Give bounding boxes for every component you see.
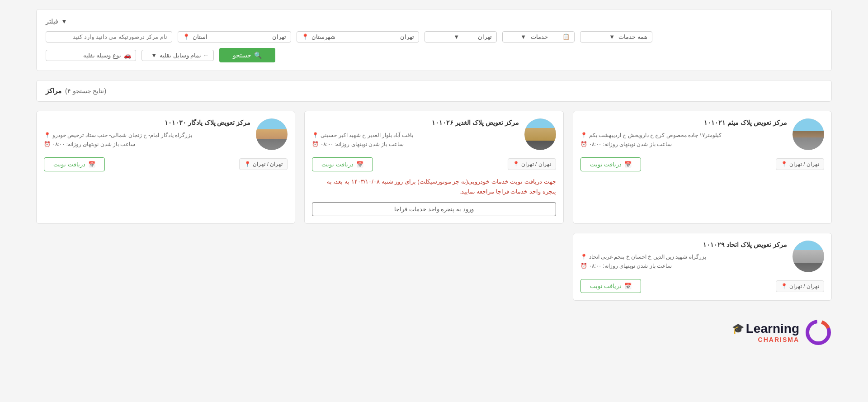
card-3-appointment-btn[interactable]: 📅 دریافت نوبت bbox=[44, 157, 105, 171]
card-1-info: مرکز تعویض پلاک میثم ۱۰۱۰۲۱ 📍 کیلومتر۱۷ … bbox=[580, 118, 787, 152]
vehicle-type-dropdown[interactable]: 🚗 نوع وسیله نقلیه bbox=[46, 50, 136, 61]
clock-icon-3: ⏰ bbox=[44, 141, 51, 147]
card-2-location: تهران / تهران bbox=[521, 161, 551, 167]
filter-label: فیلتر bbox=[46, 18, 58, 25]
province-label: استان bbox=[193, 33, 208, 40]
card-4-avatar-img bbox=[793, 241, 824, 272]
appointment-icon-4: 📅 bbox=[624, 283, 632, 289]
filter-row-2: 🔍 جستجو ← تمام وسایل نقلیه ▼ 🚗 نوع وسیله… bbox=[46, 48, 822, 62]
card-1-btn-label: دریافت نوبت bbox=[590, 161, 622, 168]
card-2-header: مرکز تعویض پلاک الغدیر ۱۰۱۰۲۶ 📍 یافت آبا… bbox=[312, 118, 556, 152]
vehicle-icon: 🚗 bbox=[124, 52, 131, 59]
card-4-info: مرکز تعویض پلاک اتحاد ۱۰۱۰۲۹ 📍 بزرگراه ش… bbox=[580, 241, 787, 274]
all-vehicles-dropdown[interactable]: ← تمام وسایل نقلیه ▼ bbox=[142, 50, 214, 61]
city-input-group: 📍 شهرستان bbox=[297, 31, 419, 43]
card-1-hours: ⏰ ساعت باز شدن نوبتهای روزانه: ۰۸:۰۰ bbox=[580, 141, 787, 147]
card-3-hours: ⏰ ساعت باز شدن نوبتهای روزانه: ۰۸:۰۰ bbox=[44, 141, 250, 147]
results-section: (نتایج جستجو ۴) مراکز bbox=[36, 80, 832, 102]
filter-title-row: ▼ فیلتر bbox=[46, 18, 822, 25]
card-2-hours-text: ساعت باز شدن نوبتهای روزانه: ۰۸:۰۰ bbox=[321, 141, 403, 147]
city2-dropdown[interactable]: تهران ▼ bbox=[425, 31, 497, 43]
clock-icon-1: ⏰ bbox=[580, 141, 587, 147]
card-3-location-badge: 📍 تهران / تهران bbox=[239, 158, 288, 170]
card-2-appointment-btn[interactable]: 📅 دریافت نوبت bbox=[312, 157, 373, 171]
pin-icon-1: 📍 bbox=[580, 131, 587, 139]
card-1-header: مرکز تعویض پلاک میثم ۱۰۱۰۲۱ 📍 کیلومتر۱۷ … bbox=[580, 118, 824, 152]
province-input-group: 📍 استان bbox=[178, 31, 291, 43]
clock-icon-2: ⏰ bbox=[312, 141, 319, 147]
card-4-address-text: بزرگراه شهید زین الدین خ احسان خ پنجم غر… bbox=[589, 253, 706, 261]
city2-value: تهران bbox=[462, 33, 492, 40]
card-4-appointment-btn[interactable]: 📅 دریافت نوبت bbox=[580, 279, 642, 293]
card-1-address-text: کیلومتر۱۷ جاده مخصوص کرج خ داروپخش خ ارد… bbox=[589, 131, 722, 139]
card-3-avatar bbox=[256, 118, 288, 150]
appointment-icon-3: 📅 bbox=[88, 161, 95, 168]
card-3-header: مرکز تعویض پلاک یادگار ۱۰۱۰۳۰ 📍 بزرگراه … bbox=[44, 118, 288, 152]
card-4-header: مرکز تعویض پلاک اتحاد ۱۰۱۰۲۹ 📍 بزرگراه ش… bbox=[580, 241, 824, 274]
logo-circle-icon bbox=[805, 319, 832, 346]
card-2-alert-btn-label: ورود به پنجره واحد خدمات فراجا bbox=[394, 206, 473, 213]
city-label: شهرستان bbox=[311, 33, 335, 40]
search-label: جستجو bbox=[233, 52, 251, 59]
card-2-address-text: یافت آباد بلوار الغدیر خ شهید اکبر حسینی bbox=[321, 131, 413, 139]
card-4-avatar bbox=[793, 241, 824, 272]
card-4-hours: ⏰ ساعت باز شدن نوبتهای روزانه: ۰۸:۰۰ bbox=[580, 263, 787, 269]
all-services-dropdown[interactable]: همه خدمات ▼ bbox=[580, 31, 652, 43]
card-2-hours: ⏰ ساعت باز شدن نوبتهای روزانه: ۰۸:۰۰ bbox=[312, 141, 519, 147]
card-2-service-window-btn[interactable]: ورود به پنجره واحد خدمات فراجا bbox=[312, 202, 556, 216]
filter-title: ▼ فیلتر bbox=[46, 18, 67, 25]
all-services-label: همه خدمات bbox=[618, 33, 647, 40]
card-2: مرکز تعویض پلاک الغدیر ۱۰۱۰۲۶ 📍 یافت آبا… bbox=[304, 111, 563, 224]
center-name-input[interactable] bbox=[51, 33, 167, 40]
results-title: مراکز bbox=[46, 87, 61, 95]
card-1-footer: 📅 دریافت نوبت 📍 تهران / تهران bbox=[580, 157, 824, 171]
card-4-btn-label: دریافت نوبت bbox=[590, 283, 622, 289]
appointment-icon-2: 📅 bbox=[356, 161, 363, 168]
province-icon: 📍 bbox=[183, 33, 190, 40]
filter-section: ▼ فیلتر همه خدمات ▼ 📋 خدمات ▼ تهران ▼ bbox=[36, 9, 832, 71]
results-count: (نتایج جستجو ۴) bbox=[65, 87, 106, 95]
pin-icon-2: 📍 bbox=[312, 131, 319, 139]
card-3-hours-text: ساعت باز شدن نوبتهای روزانه: ۰۸:۰۰ bbox=[52, 141, 135, 147]
card-3-address: 📍 بزرگراه یادگار امام- خ زنجان شمالی- جن… bbox=[44, 131, 250, 139]
services-label: خدمات bbox=[529, 33, 548, 40]
card-3-title: مرکز تعویض پلاک یادگار ۱۰۱۰۳۰ bbox=[44, 118, 250, 128]
card-1-address: 📍 کیلومتر۱۷ جاده مخصوص کرج خ داروپخش خ ا… bbox=[580, 131, 787, 139]
logo-hat-icon: 🎓 bbox=[732, 323, 744, 335]
cards-grid: مرکز تعویض پلاک میثم ۱۰۱۰۲۱ 📍 کیلومتر۱۷ … bbox=[36, 111, 832, 301]
chevron-vehicles-icon: ▼ bbox=[151, 52, 157, 59]
card-1: مرکز تعویض پلاک میثم ۱۰۱۰۲۱ 📍 کیلومتر۱۷ … bbox=[573, 111, 832, 224]
location-icon-4: 📍 bbox=[781, 283, 788, 289]
card-3-info: مرکز تعویض پلاک یادگار ۱۰۱۰۳۰ 📍 بزرگراه … bbox=[44, 118, 250, 152]
card-1-avatar-img bbox=[793, 118, 824, 150]
location-icon-3: 📍 bbox=[244, 161, 251, 167]
card-2-avatar-img bbox=[524, 118, 556, 150]
chevron-down-icon: ▼ bbox=[585, 33, 615, 40]
location-icon-2: 📍 bbox=[513, 161, 519, 167]
card-4: مرکز تعویض پلاک اتحاد ۱۰۱۰۲۹ 📍 بزرگراه ش… bbox=[573, 233, 832, 301]
clock-icon-4: ⏰ bbox=[580, 263, 587, 269]
logo-charisma-text: CHARISMA bbox=[732, 336, 799, 343]
filter-icon: ▼ bbox=[61, 18, 67, 25]
logo-section: Learning 🎓 CHARISMA bbox=[36, 310, 832, 355]
city-input[interactable] bbox=[338, 33, 414, 40]
card-2-btn-label: دریافت نوبت bbox=[321, 161, 354, 168]
logo-learning-text: Learning bbox=[746, 322, 799, 336]
card-2-address: 📍 یافت آباد بلوار الغدیر خ شهید اکبر حسی… bbox=[312, 131, 519, 139]
card-2-footer: 📅 دریافت نوبت 📍 تهران / تهران bbox=[312, 157, 556, 171]
card-2-alert-text: جهت دریافت نوبت خدمات خودرویی(به جز موتو… bbox=[312, 177, 556, 197]
card-1-avatar bbox=[793, 118, 824, 150]
services-dropdown[interactable]: 📋 خدمات ▼ bbox=[502, 31, 575, 43]
name-input-group bbox=[46, 31, 172, 43]
card-3-footer: 📅 دریافت نوبت 📍 تهران / تهران bbox=[44, 157, 288, 171]
services-icon: 📋 bbox=[551, 33, 570, 40]
card-4-title: مرکز تعویض پلاک اتحاد ۱۰۱۰۲۹ bbox=[580, 241, 787, 250]
search-button[interactable]: 🔍 جستجو bbox=[219, 48, 275, 62]
card-1-appointment-btn[interactable]: 📅 دریافت نوبت bbox=[580, 157, 642, 171]
card-2-location-badge: 📍 تهران / تهران bbox=[508, 158, 556, 170]
vehicle-type-label: نوع وسیله نقلیه bbox=[83, 52, 121, 59]
chevron-down-icon-2: ▼ bbox=[507, 33, 526, 40]
province-input[interactable] bbox=[210, 33, 286, 40]
card-3-address-text: بزرگراه یادگار امام- خ زنجان شمالی- جنب … bbox=[52, 131, 192, 139]
logo-text: Learning 🎓 CHARISMA bbox=[732, 322, 799, 343]
